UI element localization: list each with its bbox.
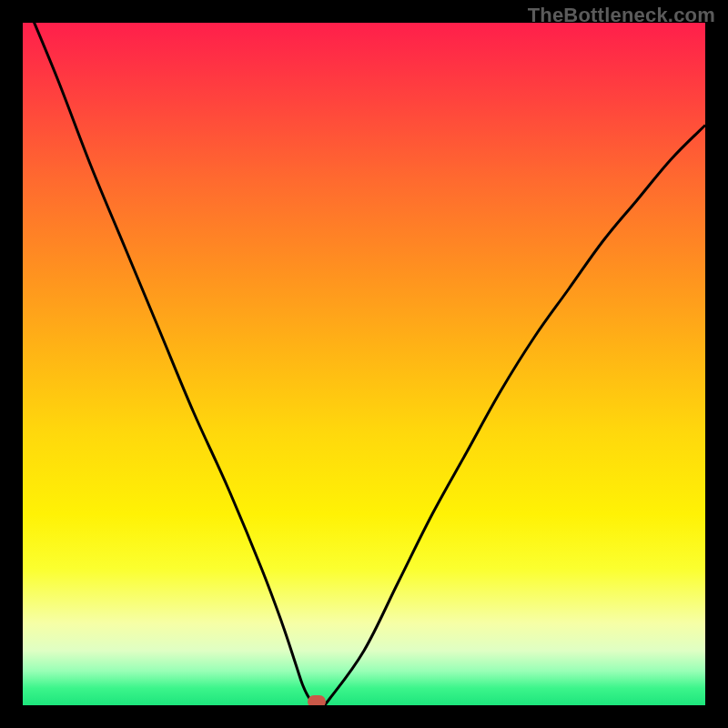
plot-area bbox=[23, 23, 705, 705]
watermark-text: TheBottleneck.com bbox=[528, 4, 715, 27]
chart-frame: TheBottleneck.com bbox=[0, 0, 728, 728]
background-gradient bbox=[23, 23, 705, 705]
optimal-marker bbox=[308, 695, 326, 705]
